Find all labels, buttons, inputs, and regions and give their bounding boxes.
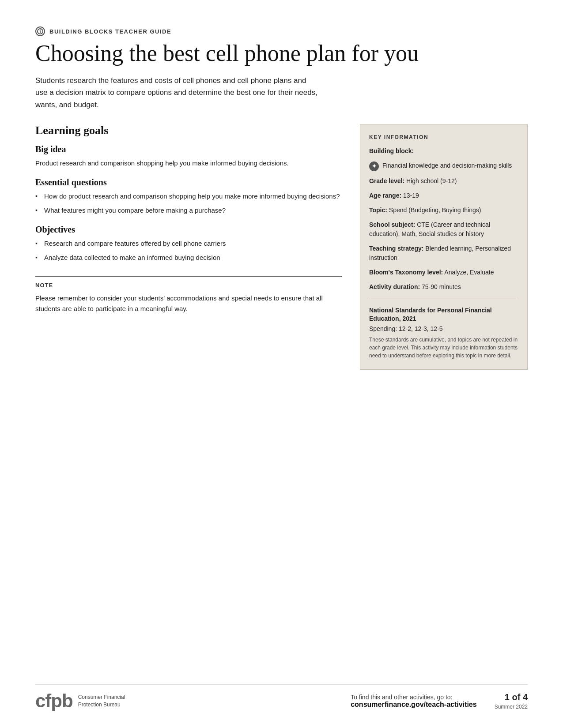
intro-text: Students research the features and costs… — [35, 75, 318, 111]
right-column: KEY INFORMATION Building block: ✦ Financ… — [360, 124, 528, 370]
divider — [369, 299, 518, 299]
key-info-title: KEY INFORMATION — [369, 134, 518, 140]
learning-goals-heading: Learning goals — [35, 124, 342, 137]
age-range-row: Age range: 13-19 — [369, 191, 518, 200]
note-section: NOTE Please remember to consider your st… — [35, 276, 342, 314]
key-info-box: KEY INFORMATION Building block: ✦ Financ… — [360, 124, 528, 370]
big-idea-text: Product research and comparison shopping… — [35, 158, 342, 169]
svg-point-1 — [40, 30, 41, 31]
page-season: Summer 2022 — [495, 704, 528, 710]
activity-duration-row: Activity duration: 75-90 minutes — [369, 282, 518, 292]
svg-rect-2 — [40, 31, 41, 33]
standards-note: These standards are cumulative, and topi… — [369, 336, 518, 360]
list-item: How do product research and comparison s… — [35, 191, 342, 202]
school-subject-row: School subject: CTE (Career and technica… — [369, 220, 518, 239]
blooms-level-row: Bloom's Taxonomy level: Analyze, Evaluat… — [369, 268, 518, 277]
standards-section: National Standards for Personal Financia… — [369, 306, 518, 360]
teaching-strategy-row: Teaching strategy: Blended learning, Per… — [369, 244, 518, 263]
left-column: Learning goals Big idea Product research… — [35, 124, 342, 370]
big-idea-heading: Big idea — [35, 144, 342, 154]
list-item: What features might you compare before m… — [35, 205, 342, 216]
building-blocks-header: BUILDING BLOCKS TEACHER GUIDE — [35, 26, 528, 36]
financial-knowledge-text: Financial knowledge and decision-making … — [382, 161, 512, 170]
footer-url: consumerfinance.gov/teach-activities — [351, 701, 476, 709]
financial-knowledge-row: ✦ Financial knowledge and decision-makin… — [369, 161, 518, 171]
cfpb-logo: cfpb Consumer Financial Protection Burea… — [35, 692, 125, 710]
list-item: Research and compare features offered by… — [35, 238, 342, 249]
grade-level-row: Grade level: High school (9-12) — [369, 176, 518, 186]
note-label: NOTE — [35, 282, 342, 289]
topic-row: Topic: Spend (Budgeting, Buying things) — [369, 206, 518, 215]
standards-codes: Spending: 12-2, 12-3, 12-5 — [369, 325, 518, 332]
main-title: Choosing the best cell phone plan for yo… — [35, 41, 528, 66]
building-block-label: Building block: — [369, 146, 518, 156]
building-blocks-label: BUILDING BLOCKS TEACHER GUIDE — [49, 28, 171, 35]
footer-center: To find this and other activities, go to… — [351, 694, 476, 709]
essential-questions-heading: Essential questions — [35, 177, 342, 188]
footer-page: 1 of 4 Summer 2022 — [495, 692, 528, 710]
two-column-layout: Learning goals Big idea Product research… — [35, 124, 528, 370]
building-blocks-icon — [35, 26, 45, 36]
cfpb-name: Consumer Financial Protection Bureau — [78, 694, 125, 709]
financial-knowledge-icon: ✦ — [369, 161, 379, 171]
standards-title: National Standards for Personal Financia… — [369, 306, 518, 323]
cfpb-letters-logo: cfpb — [35, 692, 73, 710]
essential-questions-list: How do product research and comparison s… — [35, 191, 342, 216]
footer-find-text: To find this and other activities, go to… — [351, 694, 476, 701]
page: BUILDING BLOCKS TEACHER GUIDE Choosing t… — [0, 0, 563, 728]
objectives-list: Research and compare features offered by… — [35, 238, 342, 263]
note-text: Please remember to consider your student… — [35, 293, 342, 314]
page-number: 1 of 4 — [495, 692, 528, 702]
objectives-heading: Objectives — [35, 225, 342, 235]
footer: cfpb Consumer Financial Protection Burea… — [35, 684, 528, 710]
list-item: Analyze data collected to make an inform… — [35, 252, 342, 263]
